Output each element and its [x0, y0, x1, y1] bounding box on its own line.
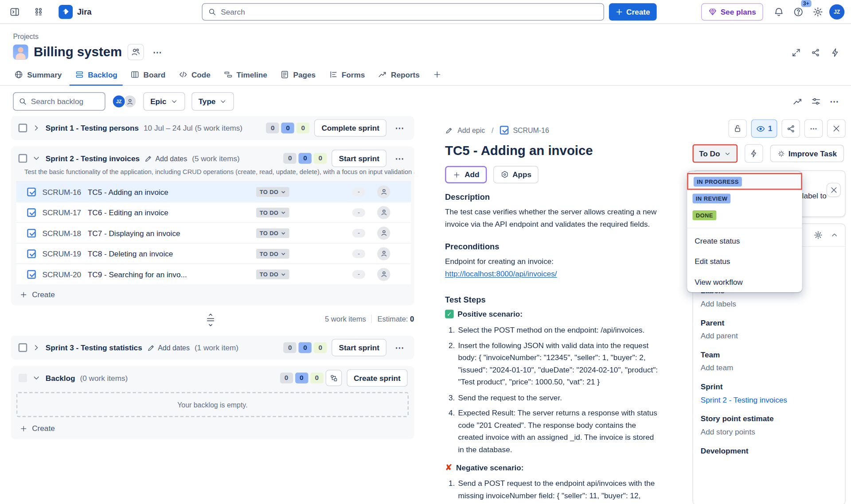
- share-project-button[interactable]: [808, 44, 824, 61]
- tab-reports[interactable]: Reports: [372, 66, 425, 85]
- see-plans-button[interactable]: See plans: [701, 3, 763, 20]
- chevron-right-icon[interactable]: [32, 343, 41, 352]
- global-search[interactable]: [202, 3, 604, 20]
- assignee-avatar[interactable]: [377, 206, 390, 219]
- add-button[interactable]: Add: [445, 166, 487, 183]
- fullscreen-button[interactable]: [788, 44, 804, 61]
- insights-button[interactable]: [789, 93, 805, 110]
- add-epic-link[interactable]: Add epic: [457, 126, 485, 134]
- status-dropdown-badge[interactable]: TO DO: [256, 228, 289, 238]
- tab-pages[interactable]: Pages: [275, 66, 321, 85]
- backlog-search[interactable]: [13, 92, 105, 111]
- estimate-badge[interactable]: -: [352, 249, 365, 258]
- assignee-avatar[interactable]: [377, 185, 390, 198]
- work-item-row-scrum-20[interactable]: SCRUM-20 TC9 - Searching for an invo... …: [16, 264, 411, 284]
- sprint-2-checkbox[interactable]: [19, 154, 27, 163]
- create-sprint-button[interactable]: Create sprint: [347, 369, 408, 387]
- automation-button[interactable]: [827, 44, 843, 61]
- sprint-2-title[interactable]: Sprint 2 - Testing invoices: [46, 154, 140, 163]
- add-story-points-field[interactable]: Add story points: [701, 427, 838, 436]
- sprint-2-create-button[interactable]: Create: [11, 284, 414, 306]
- breadcrumb[interactable]: Projects: [13, 32, 838, 40]
- sprint-link[interactable]: Sprint 2 - Testing invoices: [701, 395, 838, 404]
- apps-button[interactable]: Apps: [493, 166, 539, 183]
- chevron-right-icon[interactable]: [32, 124, 41, 132]
- sprint-2-add-dates[interactable]: Add dates: [144, 154, 187, 162]
- add-tab-button[interactable]: [427, 66, 447, 85]
- issue-more-button[interactable]: ⋯: [804, 119, 823, 138]
- tab-timeline[interactable]: Timeline: [218, 66, 273, 85]
- work-item-row-scrum-18[interactable]: SCRUM-18 TC7 - Displaying an invoice TO …: [16, 222, 411, 243]
- status-option-done[interactable]: DONE: [687, 207, 802, 224]
- share-issue-button[interactable]: [781, 119, 800, 138]
- add-parent-field[interactable]: Add parent: [701, 331, 838, 340]
- user-avatar[interactable]: JZ: [829, 4, 844, 19]
- sprint-3-add-dates[interactable]: Add dates: [147, 344, 190, 352]
- project-members-button[interactable]: [127, 44, 144, 60]
- automation-bolt-button[interactable]: [745, 144, 763, 163]
- estimate-badge[interactable]: -: [352, 229, 365, 237]
- start-sprint-3-button[interactable]: Start sprint: [332, 339, 386, 356]
- create-button[interactable]: Create: [609, 3, 656, 20]
- improve-task-button[interactable]: Improve Task: [770, 145, 844, 162]
- status-dropdown-badge[interactable]: TO DO: [256, 269, 289, 279]
- status-dropdown-badge[interactable]: TO DO: [256, 207, 289, 217]
- assignee-avatar[interactable]: [377, 226, 390, 239]
- banner-close-button[interactable]: [827, 183, 841, 197]
- resize-handle-icon[interactable]: [205, 313, 216, 327]
- backlog-create-button[interactable]: Create: [11, 418, 414, 439]
- sprint-3-title[interactable]: Sprint 3 - Testing statistics: [46, 343, 142, 352]
- status-button[interactable]: To Do: [692, 144, 737, 163]
- sidebar-toggle-button[interactable]: [7, 4, 23, 20]
- estimate-badge[interactable]: -: [352, 270, 365, 279]
- description-text[interactable]: The test case verifies whether the serve…: [445, 205, 661, 230]
- issue-key[interactable]: SCRUM-16: [513, 126, 549, 134]
- tab-code[interactable]: Code: [173, 66, 216, 85]
- tab-summary[interactable]: Summary: [9, 66, 67, 85]
- status-option-in-review[interactable]: IN REVIEW: [687, 190, 802, 207]
- sprint-3-checkbox[interactable]: [19, 343, 27, 352]
- close-panel-button[interactable]: [827, 119, 846, 138]
- sprint-2-more-button[interactable]: ⋯: [391, 150, 408, 167]
- sprint-3-more-button[interactable]: ⋯: [391, 340, 408, 356]
- start-sprint-button[interactable]: Start sprint: [332, 150, 386, 167]
- notifications-button[interactable]: [771, 4, 787, 20]
- issue-title[interactable]: TC5 - Adding an invoice: [445, 143, 661, 158]
- sprint-1-more-button[interactable]: ⋯: [391, 120, 408, 136]
- jira-logo[interactable]: Jira: [59, 4, 91, 19]
- backlog-section-title[interactable]: Backlog: [46, 374, 75, 383]
- auto-schedule-button[interactable]: [325, 370, 342, 386]
- type-filter-button[interactable]: Type: [191, 92, 234, 111]
- chevron-down-icon[interactable]: [32, 154, 41, 163]
- create-status-item[interactable]: Create status: [687, 230, 802, 251]
- chevron-up-icon[interactable]: [830, 231, 838, 239]
- status-dropdown-badge[interactable]: TO DO: [256, 248, 289, 258]
- complete-sprint-button[interactable]: Complete sprint: [314, 119, 386, 136]
- view-workflow-item[interactable]: View workflow: [687, 271, 802, 292]
- status-option-in-progress[interactable]: IN PROGRESS: [687, 173, 802, 190]
- project-more-button[interactable]: ⋯: [149, 44, 165, 60]
- view-settings-button[interactable]: [808, 93, 824, 110]
- estimate-badge[interactable]: -: [352, 187, 365, 196]
- work-item-row-scrum-16[interactable]: SCRUM-16 TC5 - Adding an invoice TO DO -: [16, 181, 411, 202]
- backlog-more-button[interactable]: ⋯: [826, 93, 843, 110]
- endpoint-link[interactable]: http://localhost:8000/api/invoices/: [445, 269, 557, 278]
- tab-backlog[interactable]: Backlog: [70, 66, 123, 85]
- backlog-checkbox[interactable]: [19, 374, 27, 383]
- lock-button[interactable]: [728, 119, 747, 138]
- tab-board[interactable]: Board: [125, 66, 171, 85]
- gear-icon[interactable]: [814, 230, 823, 240]
- member-avatar-jz[interactable]: JZ: [112, 94, 126, 109]
- watchers-button[interactable]: 1: [751, 119, 777, 138]
- sprint-1-checkbox[interactable]: [19, 124, 27, 132]
- work-item-row-scrum-19[interactable]: SCRUM-19 TC8 - Deleting an invoice TO DO…: [16, 243, 411, 264]
- epic-filter-button[interactable]: Epic: [143, 92, 185, 111]
- settings-button[interactable]: [810, 4, 826, 20]
- add-labels-field[interactable]: Add labels: [701, 299, 838, 308]
- assignee-avatar[interactable]: [377, 268, 390, 280]
- global-search-input[interactable]: [221, 8, 598, 16]
- chevron-down-icon[interactable]: [32, 374, 41, 383]
- backlog-search-input[interactable]: [31, 97, 91, 106]
- status-dropdown-badge[interactable]: TO DO: [256, 187, 289, 197]
- work-item-row-scrum-17[interactable]: SCRUM-17 TC6 - Editing an invoice TO DO …: [16, 202, 411, 223]
